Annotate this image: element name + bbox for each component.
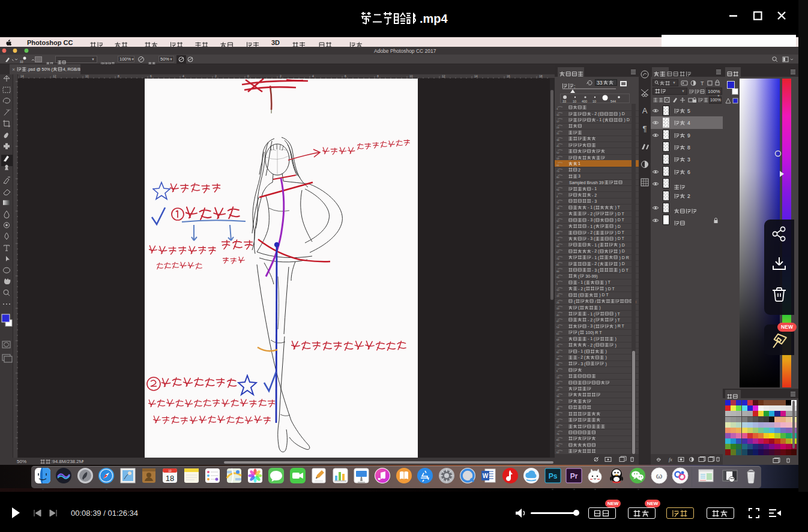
svg-text:¶: ¶ [643, 124, 647, 133]
svg-text:Pr: Pr [570, 472, 578, 480]
svg-text:A: A [642, 106, 648, 115]
svg-text:T: T [701, 80, 704, 86]
svg-text:fx: fx [669, 457, 672, 462]
svg-text:W: W [483, 473, 489, 479]
svg-text:ω: ω [656, 471, 662, 480]
svg-text:Ps: Ps [548, 472, 557, 480]
svg-text:18: 18 [166, 474, 174, 483]
svg-text:10: 10 [169, 470, 172, 473]
